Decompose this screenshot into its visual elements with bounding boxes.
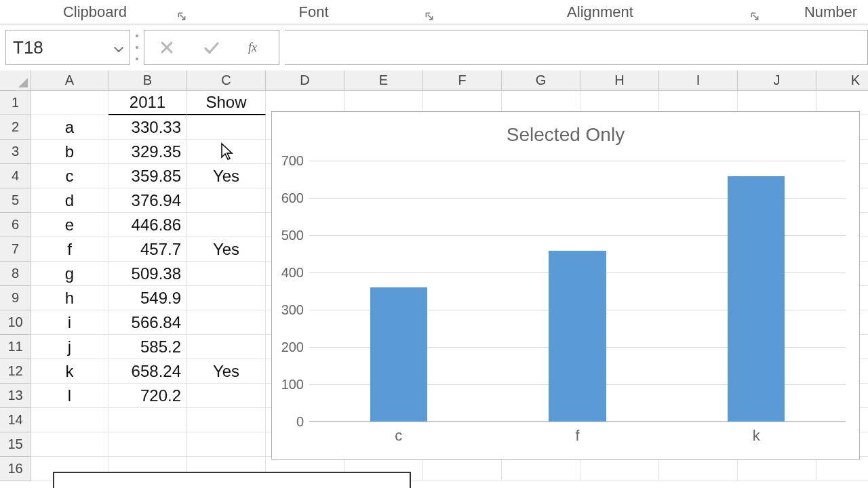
cell-A10[interactable]: i bbox=[31, 310, 108, 335]
cell-B15[interactable] bbox=[108, 432, 187, 457]
row-header-15[interactable]: 15 bbox=[0, 432, 31, 457]
column-header-C[interactable]: C bbox=[187, 70, 266, 91]
cell-A4[interactable]: c bbox=[31, 164, 108, 188]
row-header-16[interactable]: 16 bbox=[0, 457, 31, 481]
chart-y-tick-label: 400 bbox=[281, 265, 304, 281]
chart-bar[interactable] bbox=[370, 287, 427, 422]
cell-B7[interactable]: 457.7 bbox=[108, 237, 187, 262]
chart-x-category-label: f bbox=[564, 427, 591, 445]
cell-B13[interactable]: 720.2 bbox=[108, 384, 187, 408]
cell-A5[interactable]: d bbox=[31, 188, 108, 213]
cell-G16[interactable] bbox=[502, 457, 580, 481]
cell-K16[interactable] bbox=[816, 457, 868, 481]
cell-A11[interactable]: j bbox=[31, 335, 108, 359]
chart-bar[interactable] bbox=[728, 176, 785, 422]
row-header-12[interactable]: 12 bbox=[0, 359, 31, 384]
chart-gridline bbox=[309, 161, 846, 161]
select-all-cells-button[interactable] bbox=[0, 70, 31, 91]
cell-B3[interactable]: 329.35 bbox=[108, 140, 187, 164]
cell-C7[interactable]: Yes bbox=[187, 237, 266, 262]
cell-B10[interactable]: 566.84 bbox=[108, 310, 187, 335]
cell-C1[interactable]: Show bbox=[187, 91, 266, 115]
row-header-6[interactable]: 6 bbox=[0, 213, 31, 237]
worksheet-grid[interactable]: ABCDEFGHIJK 12345678910111213141516 2011… bbox=[0, 70, 868, 488]
cancel-formula-button[interactable] bbox=[151, 31, 183, 64]
cell-B8[interactable]: 509.38 bbox=[108, 262, 187, 286]
dialog-launcher-icon[interactable] bbox=[422, 9, 436, 23]
cell-F16[interactable] bbox=[423, 457, 502, 481]
column-header-G[interactable]: G bbox=[502, 70, 580, 91]
cell-A9[interactable]: h bbox=[31, 286, 108, 310]
row-header-9[interactable]: 9 bbox=[0, 286, 31, 310]
cell-A15[interactable] bbox=[31, 432, 108, 457]
column-header-I[interactable]: I bbox=[659, 70, 738, 91]
cell-C3[interactable] bbox=[187, 140, 266, 164]
row-header-8[interactable]: 8 bbox=[0, 262, 31, 286]
bottom-embedded-object[interactable] bbox=[53, 472, 411, 488]
row-header-7[interactable]: 7 bbox=[0, 237, 31, 262]
column-header-D[interactable]: D bbox=[266, 70, 344, 91]
name-box-dropdown-icon[interactable] bbox=[113, 37, 124, 58]
dialog-launcher-icon[interactable] bbox=[175, 9, 189, 23]
row-header-10[interactable]: 10 bbox=[0, 310, 31, 335]
cell-A13[interactable]: l bbox=[31, 384, 108, 408]
cell-B12[interactable]: 658.24 bbox=[108, 359, 187, 384]
column-header-F[interactable]: F bbox=[423, 70, 502, 91]
chart-title[interactable]: Selected Only bbox=[272, 112, 859, 146]
cell-B14[interactable] bbox=[108, 408, 187, 432]
name-box[interactable]: T18 bbox=[5, 30, 130, 65]
cell-I16[interactable] bbox=[659, 457, 738, 481]
chart-plot-area[interactable]: 0100200300400500600700cfk bbox=[309, 161, 846, 422]
enter-formula-button[interactable] bbox=[195, 31, 228, 64]
column-header-B[interactable]: B bbox=[108, 70, 187, 91]
formula-bar-input[interactable] bbox=[285, 30, 868, 65]
cell-C5[interactable] bbox=[187, 188, 266, 213]
cell-A3[interactable]: b bbox=[31, 140, 108, 164]
cell-B4[interactable]: 359.85 bbox=[108, 164, 187, 188]
chart-object[interactable]: Selected Only 0100200300400500600700cfk bbox=[271, 111, 860, 460]
row-header-4[interactable]: 4 bbox=[0, 164, 31, 188]
cell-C2[interactable] bbox=[187, 115, 266, 140]
cell-C11[interactable] bbox=[187, 335, 266, 359]
row-header-2[interactable]: 2 bbox=[0, 115, 31, 140]
cell-A14[interactable] bbox=[31, 408, 108, 432]
row-header-11[interactable]: 11 bbox=[0, 335, 31, 359]
cell-C10[interactable] bbox=[187, 310, 266, 335]
cell-C6[interactable] bbox=[187, 213, 266, 237]
column-header-H[interactable]: H bbox=[580, 70, 659, 91]
cell-C13[interactable] bbox=[187, 384, 266, 408]
chart-bar[interactable] bbox=[549, 251, 606, 422]
cell-A7[interactable]: f bbox=[31, 237, 108, 262]
dialog-launcher-icon[interactable] bbox=[748, 9, 762, 23]
cell-C12[interactable]: Yes bbox=[187, 359, 266, 384]
cell-C9[interactable] bbox=[187, 286, 266, 310]
insert-function-button[interactable]: fx bbox=[240, 31, 273, 64]
cell-A12[interactable]: k bbox=[31, 359, 108, 384]
cell-B11[interactable]: 585.2 bbox=[108, 335, 187, 359]
cell-B2[interactable]: 330.33 bbox=[108, 115, 187, 140]
cell-B9[interactable]: 549.9 bbox=[108, 286, 187, 310]
cell-A6[interactable]: e bbox=[31, 213, 108, 237]
cell-C14[interactable] bbox=[187, 408, 266, 432]
row-header-5[interactable]: 5 bbox=[0, 188, 31, 213]
row-header-13[interactable]: 13 bbox=[0, 384, 31, 408]
column-header-J[interactable]: J bbox=[738, 70, 816, 91]
cell-B1[interactable]: 2011 bbox=[108, 91, 187, 115]
cell-J16[interactable] bbox=[738, 457, 816, 481]
cell-B5[interactable]: 376.94 bbox=[108, 188, 187, 213]
cell-A2[interactable]: a bbox=[31, 115, 108, 140]
column-header-E[interactable]: E bbox=[344, 70, 423, 91]
row-header-1[interactable]: 1 bbox=[0, 91, 31, 115]
row-header-3[interactable]: 3 bbox=[0, 140, 31, 164]
chart-y-tick-label: 500 bbox=[281, 228, 304, 243]
cell-C15[interactable] bbox=[187, 432, 266, 457]
cell-C8[interactable] bbox=[187, 262, 266, 286]
column-header-A[interactable]: A bbox=[31, 70, 108, 91]
column-header-K[interactable]: K bbox=[816, 70, 868, 91]
cell-B6[interactable]: 446.86 bbox=[108, 213, 187, 237]
cell-C4[interactable]: Yes bbox=[187, 164, 266, 188]
row-header-14[interactable]: 14 bbox=[0, 408, 31, 432]
cell-A8[interactable]: g bbox=[31, 262, 108, 286]
cell-A1[interactable] bbox=[31, 91, 108, 115]
cell-H16[interactable] bbox=[580, 457, 659, 481]
